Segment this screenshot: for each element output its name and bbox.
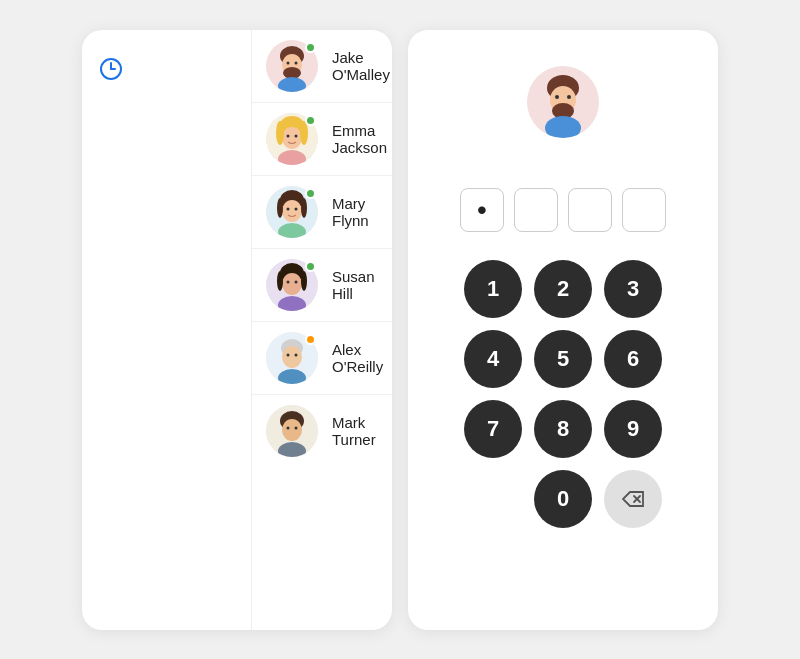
numpad-backspace-button[interactable]	[604, 470, 662, 528]
svg-point-11	[287, 134, 290, 137]
numpad-key-6[interactable]: 6	[604, 330, 662, 388]
svg-point-35	[287, 353, 290, 356]
svg-point-26	[282, 273, 302, 295]
clockify-logo-icon	[100, 58, 122, 80]
avatar-wrap	[266, 332, 318, 384]
svg-point-31	[301, 271, 307, 291]
status-dot	[305, 42, 316, 53]
pin-box	[568, 188, 612, 232]
numpad-key-7[interactable]: 7	[464, 400, 522, 458]
user-item[interactable]: Alex O'Reilly	[252, 322, 392, 395]
avatar	[266, 405, 318, 457]
status-dot	[305, 188, 316, 199]
user-item[interactable]: Susan Hill	[252, 249, 392, 322]
svg-point-36	[295, 353, 298, 356]
user-name: Jake O'Malley	[332, 49, 390, 83]
numpad-key-5[interactable]: 5	[534, 330, 592, 388]
svg-point-18	[282, 200, 302, 222]
selected-user-avatar	[527, 66, 599, 138]
user-name: Mary Flynn	[332, 195, 390, 229]
numpad-key-2[interactable]: 2	[534, 260, 592, 318]
numpad-key-3[interactable]: 3	[604, 260, 662, 318]
svg-point-14	[276, 121, 284, 145]
svg-point-42	[295, 426, 298, 429]
svg-point-19	[287, 207, 290, 210]
svg-point-5	[287, 61, 290, 64]
avatar-wrap	[266, 40, 318, 92]
user-name: Alex O'Reilly	[332, 341, 390, 375]
svg-point-12	[295, 134, 298, 137]
avatar-wrap	[266, 113, 318, 165]
avatar-wrap	[266, 405, 318, 457]
svg-point-10	[282, 127, 302, 149]
backspace-icon	[622, 491, 644, 507]
status-dot	[305, 261, 316, 272]
svg-point-6	[295, 61, 298, 64]
selected-avatar-svg	[527, 66, 599, 138]
svg-point-23	[301, 198, 307, 218]
logo-area	[100, 58, 233, 82]
avatar-wrap	[266, 259, 318, 311]
logo-brand	[100, 58, 124, 80]
user-item[interactable]: Mark Turner	[252, 395, 392, 467]
status-dot	[305, 115, 316, 126]
svg-point-34	[282, 346, 302, 368]
svg-point-22	[277, 198, 283, 218]
pin-box	[514, 188, 558, 232]
numpad-key-1[interactable]: 1	[464, 260, 522, 318]
svg-point-40	[282, 419, 302, 441]
pin-box: •	[460, 188, 504, 232]
svg-point-28	[295, 280, 298, 283]
svg-point-48	[555, 95, 559, 99]
numpad: 1234567890	[464, 260, 662, 528]
pin-entry: •	[460, 188, 666, 232]
svg-point-49	[567, 95, 571, 99]
avatar-wrap	[266, 186, 318, 238]
user-list: Jake O'Malley Emma Jackson Mary Flynn Su…	[252, 30, 392, 630]
user-item[interactable]: Mary Flynn	[252, 176, 392, 249]
numpad-key-0[interactable]: 0	[534, 470, 592, 528]
svg-point-27	[287, 280, 290, 283]
user-name: Susan Hill	[332, 268, 390, 302]
numpad-key-9[interactable]: 9	[604, 400, 662, 458]
numpad-key-4[interactable]: 4	[464, 330, 522, 388]
status-dot	[305, 334, 316, 345]
svg-point-30	[277, 271, 283, 291]
pin-box	[622, 188, 666, 232]
svg-point-20	[295, 207, 298, 210]
sidebar	[82, 30, 252, 630]
user-item[interactable]: Jake O'Malley	[252, 30, 392, 103]
user-name: Mark Turner	[332, 414, 390, 448]
right-panel: • 1234567890	[408, 30, 718, 630]
svg-point-41	[287, 426, 290, 429]
user-item[interactable]: Emma Jackson	[252, 103, 392, 176]
left-panel: Jake O'Malley Emma Jackson Mary Flynn Su…	[82, 30, 392, 630]
user-name: Emma Jackson	[332, 122, 390, 156]
numpad-key-8[interactable]: 8	[534, 400, 592, 458]
